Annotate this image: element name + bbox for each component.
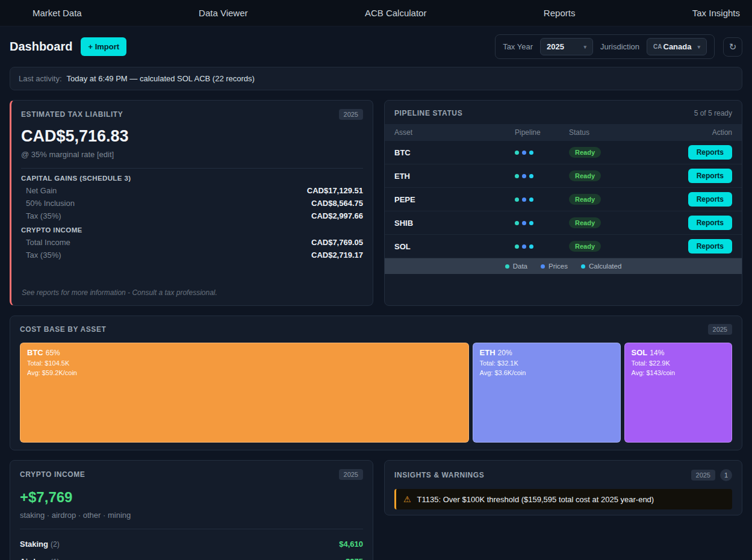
treemap-block-btc[interactable]: BTC65% Total: $104.5K Avg: $59.2K/coin (20, 343, 469, 443)
cost-base-year-badge: 2025 (708, 324, 732, 335)
pipeline-table-header: Asset Pipeline Status Action (385, 124, 742, 141)
treemap-avg: Avg: $59.2K/coin (27, 369, 462, 378)
nav-data-viewer[interactable]: Data Viewer (195, 8, 251, 18)
treemap-asset-label: SOL (632, 348, 648, 357)
chevron-down-icon: ▾ (583, 44, 586, 50)
legend-item-data: Data (505, 263, 527, 270)
treemap-block-eth[interactable]: ETH20% Total: $32.1K Avg: $3.6K/coin (473, 343, 621, 443)
legend-label: Data (513, 263, 527, 270)
data-dot (505, 264, 509, 269)
insights-card-title: INSIGHTS & WARNINGS (394, 471, 484, 479)
income-row: Airdrop(1) $975 (20, 553, 363, 560)
reports-button[interactable]: Reports (688, 169, 732, 183)
income-row: Staking(2) $4,610 (20, 535, 363, 553)
warning-count-badge: 1 (720, 469, 732, 481)
asset-label: SHIB (394, 219, 515, 228)
treemap-block-sol[interactable]: SOL14% Total: $22.9K Avg: $143/coin (624, 343, 732, 443)
col-status: Status (569, 128, 653, 137)
pipeline-card-title: PIPELINE STATUS (394, 109, 462, 117)
tax-year-badge: 2025 (339, 109, 363, 120)
tax-year-select[interactable]: 2025 ▾ (540, 38, 593, 55)
tax-line: Total Income CAD$7,769.05 (21, 236, 363, 249)
asset-label: PEPE (394, 195, 515, 204)
reports-button[interactable]: Reports (688, 192, 732, 207)
income-row-value: $4,610 (339, 540, 363, 549)
activity-label: Last activity: (19, 74, 62, 83)
capital-gains-title: CAPITAL GAINS (SCHEDULE 3) (21, 175, 363, 182)
cost-base-title: COST BASE BY ASSET (20, 325, 107, 334)
income-total: +$7,769 (20, 489, 363, 506)
pipeline-row: PEPE Ready Reports (385, 188, 742, 211)
edit-rate-link[interactable]: [edit] (97, 150, 114, 159)
pipeline-row: BTC Ready Reports (385, 141, 742, 164)
warning-text: T1135: Over $100K threshold ($159,595 to… (417, 495, 654, 504)
nav-market-data[interactable]: Market Data (29, 8, 85, 18)
ready-badge: Ready (569, 147, 601, 158)
treemap-total: Total: $104.5K (27, 359, 462, 369)
line-value: CAD$2,719.17 (311, 250, 363, 260)
refresh-button[interactable]: ↻ (723, 37, 742, 57)
main-cards-row: ESTIMATED TAX LIABILITY 2025 CAD$5,716.8… (10, 100, 742, 306)
tax-year-value: 2025 (547, 42, 564, 51)
col-pipeline: Pipeline (515, 128, 569, 137)
prices-dot (522, 244, 526, 249)
nav-tax-insights[interactable]: Tax Insights (689, 8, 744, 18)
pipeline-row: SOL Ready Reports (385, 235, 742, 258)
data-dot (515, 174, 519, 178)
prices-dot (541, 264, 545, 269)
tax-liability-card: ESTIMATED TAX LIABILITY 2025 CAD$5,716.8… (10, 100, 373, 306)
pipeline-row: ETH Ready Reports (385, 164, 742, 188)
line-value: CAD$7,769.05 (311, 238, 363, 247)
data-dot (515, 198, 519, 202)
data-dot (515, 244, 519, 249)
income-row-count: (1) (51, 558, 60, 560)
pipeline-dots (515, 198, 569, 202)
prices-dot (522, 198, 526, 202)
t1135-warning: ⚠ T1135: Over $100K threshold ($159,595 … (394, 489, 732, 509)
line-value: CAD$8,564.75 (311, 199, 363, 208)
income-row-label: Airdrop (20, 557, 48, 560)
header-controls: Tax Year 2025 ▾ Jurisdiction CA Canada ▾ (495, 34, 715, 59)
col-asset: Asset (394, 128, 515, 137)
tax-card-title: ESTIMATED TAX LIABILITY (21, 110, 123, 119)
nav-reports[interactable]: Reports (540, 8, 579, 18)
prices-dot (522, 221, 526, 225)
insights-year-badge: 2025 (691, 470, 715, 481)
legend-item-prices: Prices (541, 263, 568, 270)
ready-badge: Ready (569, 170, 601, 181)
reports-button[interactable]: Reports (688, 239, 732, 254)
income-card-title: CRYPTO INCOME (20, 470, 85, 479)
jurisdiction-value: Canada (663, 42, 692, 51)
income-row-value: $975 (346, 557, 363, 560)
line-label: Total Income (26, 238, 70, 247)
ready-count: 5 of 5 ready (694, 109, 732, 117)
tax-line: Tax (35%) CAD$2,997.66 (21, 210, 363, 222)
marginal-rate-note: @ 35% marginal rate [edit] (21, 150, 363, 159)
rate-text: @ 35% marginal rate (21, 150, 95, 159)
calculated-dot (529, 198, 533, 202)
country-code-badge: CA (653, 43, 662, 50)
ready-badge: Ready (569, 241, 601, 252)
crypto-income-card: CRYPTO INCOME 2025 +$7,769 staking · air… (10, 460, 373, 560)
divider (20, 529, 363, 529)
jurisdiction-select[interactable]: CA Canada ▾ (647, 38, 707, 55)
treemap-total: Total: $22.9K (632, 359, 725, 369)
reports-button[interactable]: Reports (688, 216, 732, 230)
nav-acb-calculator[interactable]: ACB Calculator (361, 8, 430, 18)
legend-item-calculated: Calculated (581, 263, 621, 270)
bottom-cards-row: CRYPTO INCOME 2025 +$7,769 staking · air… (10, 460, 742, 560)
reports-button[interactable]: Reports (688, 145, 732, 160)
line-label: Tax (35%) (26, 211, 61, 220)
col-action: Action (653, 128, 732, 137)
divider (21, 168, 363, 169)
last-activity-bar: Last activity: Today at 6:49 PM — calcul… (10, 67, 742, 90)
pipeline-row: SHIB Ready Reports (385, 211, 742, 235)
treemap-asset-label: BTC (27, 348, 43, 357)
calculated-dot (529, 174, 533, 178)
treemap-chart: BTC65% Total: $104.5K Avg: $59.2K/coin E… (20, 343, 732, 443)
ready-badge: Ready (569, 217, 601, 228)
top-nav: Market Data Data Viewer ACB Calculator R… (0, 0, 752, 26)
calculated-dot (581, 264, 585, 269)
asset-label: ETH (394, 172, 515, 181)
import-button[interactable]: + Import (81, 37, 126, 56)
